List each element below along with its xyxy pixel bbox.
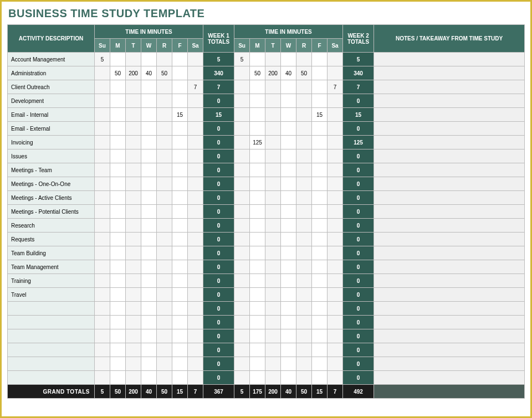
day-cell[interactable] [157,149,172,163]
day-cell[interactable] [157,205,172,219]
day-cell[interactable] [234,219,250,233]
day-cell[interactable] [312,122,328,136]
day-cell[interactable] [328,94,343,108]
notes-cell[interactable] [374,357,525,371]
day-cell[interactable] [157,108,172,122]
day-cell[interactable] [126,343,141,357]
day-cell[interactable] [110,177,126,191]
day-cell[interactable] [281,122,296,136]
notes-cell[interactable] [374,191,525,205]
day-cell[interactable] [250,80,265,94]
day-cell[interactable] [328,53,343,66]
day-cell[interactable] [188,274,203,288]
day-cell[interactable] [157,136,172,149]
day-cell[interactable] [172,302,188,316]
day-cell[interactable] [250,274,265,288]
notes-cell[interactable] [374,122,525,136]
day-cell[interactable] [110,80,126,94]
day-cell[interactable] [172,288,188,302]
day-cell[interactable] [95,274,110,288]
activity-cell[interactable] [8,371,95,385]
day-cell[interactable] [95,219,110,233]
notes-cell[interactable] [374,233,525,246]
activity-cell[interactable]: Meetings - Active Clients [8,191,95,205]
day-cell[interactable] [110,260,126,274]
day-cell[interactable] [296,274,312,288]
notes-cell[interactable] [374,329,525,343]
day-cell[interactable] [265,205,281,219]
day-cell[interactable] [141,329,157,343]
day-cell[interactable] [188,343,203,357]
day-cell[interactable] [250,371,265,385]
day-cell[interactable] [188,205,203,219]
day-cell[interactable] [95,233,110,246]
day-cell[interactable] [110,357,126,371]
day-cell[interactable] [141,233,157,246]
day-cell[interactable] [188,94,203,108]
day-cell[interactable] [110,191,126,205]
day-cell[interactable] [312,94,328,108]
day-cell[interactable] [126,233,141,246]
day-cell[interactable] [250,149,265,163]
day-cell[interactable] [141,260,157,274]
day-cell[interactable] [188,371,203,385]
activity-cell[interactable]: Account Management [8,53,95,66]
day-cell[interactable] [296,302,312,316]
day-cell[interactable] [141,149,157,163]
day-cell[interactable] [172,136,188,149]
day-cell[interactable] [95,246,110,260]
activity-cell[interactable]: Team Building [8,246,95,260]
day-cell[interactable] [312,136,328,149]
day-cell[interactable] [312,316,328,329]
day-cell[interactable] [281,80,296,94]
day-cell[interactable] [172,191,188,205]
activity-cell[interactable] [8,302,95,316]
day-cell[interactable] [328,122,343,136]
activity-cell[interactable]: Meetings - Potential Clients [8,205,95,219]
day-cell[interactable] [328,66,343,80]
day-cell[interactable] [265,246,281,260]
activity-cell[interactable]: Training [8,274,95,288]
day-cell[interactable] [141,94,157,108]
notes-cell[interactable] [374,288,525,302]
day-cell[interactable] [312,260,328,274]
day-cell[interactable]: 200 [265,66,281,80]
day-cell[interactable] [172,80,188,94]
activity-cell[interactable]: Team Management [8,260,95,274]
day-cell[interactable] [281,274,296,288]
day-cell[interactable] [296,122,312,136]
day-cell[interactable] [172,316,188,329]
day-cell[interactable] [110,53,126,66]
day-cell[interactable]: 5 [234,53,250,66]
day-cell[interactable] [141,357,157,371]
day-cell[interactable] [157,94,172,108]
day-cell[interactable] [250,302,265,316]
day-cell[interactable] [250,53,265,66]
day-cell[interactable] [296,357,312,371]
day-cell[interactable] [328,108,343,122]
day-cell[interactable] [126,136,141,149]
notes-cell[interactable] [374,53,525,66]
day-cell[interactable] [141,136,157,149]
day-cell[interactable] [188,149,203,163]
day-cell[interactable] [157,302,172,316]
day-cell[interactable] [126,80,141,94]
day-cell[interactable] [95,163,110,177]
day-cell[interactable] [172,177,188,191]
day-cell[interactable] [281,108,296,122]
day-cell[interactable] [172,149,188,163]
day-cell[interactable] [95,371,110,385]
day-cell[interactable] [328,316,343,329]
day-cell[interactable] [188,177,203,191]
day-cell[interactable] [265,371,281,385]
day-cell[interactable] [188,246,203,260]
day-cell[interactable] [172,66,188,80]
activity-cell[interactable] [8,343,95,357]
day-cell[interactable] [265,136,281,149]
day-cell[interactable] [141,191,157,205]
day-cell[interactable] [328,163,343,177]
day-cell[interactable] [234,302,250,316]
day-cell[interactable] [296,246,312,260]
day-cell[interactable] [296,53,312,66]
notes-cell[interactable] [374,343,525,357]
